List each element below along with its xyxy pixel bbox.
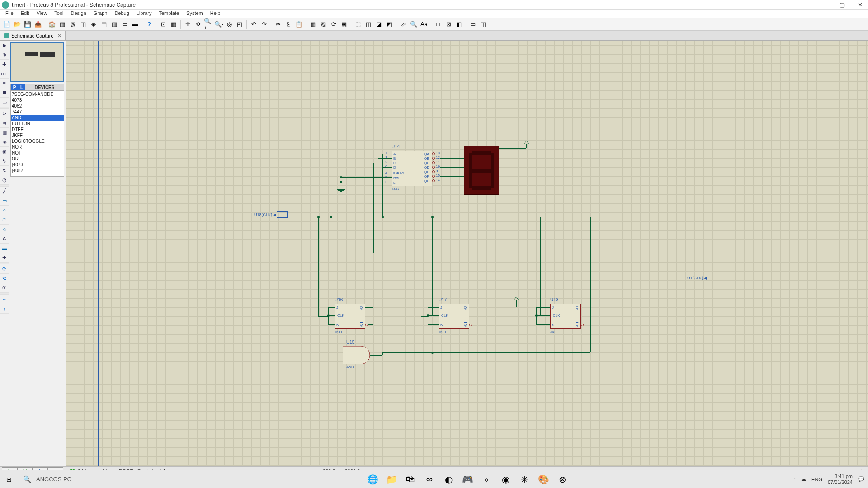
search-icon[interactable]: 🔍 bbox=[409, 19, 419, 29]
rotate-cw-tool[interactable]: ⟳ bbox=[0, 264, 9, 274]
proteus-icon[interactable]: ✳ bbox=[518, 473, 531, 486]
text-script-tool[interactable]: ≡ bbox=[0, 79, 9, 88]
discord-icon[interactable]: 🎮 bbox=[461, 473, 474, 486]
angle-tool[interactable]: 0° bbox=[0, 283, 9, 293]
property-icon[interactable]: Aa bbox=[419, 19, 429, 29]
exit-sheet-icon[interactable]: ◧ bbox=[454, 19, 464, 29]
power-terminal[interactable] bbox=[524, 140, 530, 145]
menu-library[interactable]: Library bbox=[133, 10, 156, 18]
instrument-tool[interactable]: ◔ bbox=[0, 175, 9, 185]
probe-i-tool[interactable]: ↯ bbox=[0, 166, 9, 175]
edge-icon[interactable]: 🌐 bbox=[366, 473, 379, 486]
schematic-icon[interactable]: ▦ bbox=[57, 19, 67, 29]
bus-tool[interactable]: ≣ bbox=[0, 88, 9, 98]
code-icon[interactable]: ▥ bbox=[109, 19, 119, 29]
tray-chevron-icon[interactable]: ^ bbox=[793, 477, 796, 482]
wire-autoroute-icon[interactable]: ⬀ bbox=[398, 19, 408, 29]
open-icon[interactable]: 📂 bbox=[12, 19, 22, 29]
device-item[interactable]: DTFF bbox=[11, 127, 64, 132]
visual-studio-icon[interactable]: ∞ bbox=[423, 473, 436, 486]
device-list[interactable]: 7SEG-COM-ANODE407340827447ANDBUTTONDTFFJ… bbox=[10, 91, 64, 177]
redo-icon[interactable]: ↷ bbox=[259, 19, 269, 29]
zoom-area-icon[interactable]: ◰ bbox=[235, 19, 245, 29]
junction-tool[interactable]: ✚ bbox=[0, 60, 9, 69]
3d-icon[interactable]: ◫ bbox=[78, 19, 88, 29]
eclipse-icon[interactable]: ◐ bbox=[442, 473, 455, 486]
terminal-tool[interactable]: ⊳ bbox=[0, 109, 9, 118]
menu-template[interactable]: Template bbox=[155, 10, 183, 18]
clock-probe-u18[interactable]: U18(CLK) ◂ bbox=[254, 211, 288, 218]
package-icon[interactable]: ◪ bbox=[374, 19, 384, 29]
symbol-tool[interactable]: ▬ bbox=[0, 244, 9, 253]
menu-help[interactable]: Help bbox=[207, 10, 224, 18]
pan-icon[interactable]: ✥ bbox=[193, 19, 203, 29]
tab-schematic-capture[interactable]: Schematic Capture ✕ bbox=[0, 31, 66, 40]
tab-close-icon[interactable]: ✕ bbox=[57, 33, 61, 39]
copy-icon[interactable]: ⎘ bbox=[283, 19, 293, 29]
block-rotate-icon[interactable]: ⟳ bbox=[329, 19, 339, 29]
store-icon[interactable]: 🛍 bbox=[404, 473, 417, 486]
device-item[interactable]: [4073] bbox=[11, 162, 64, 168]
help-icon[interactable]: ? bbox=[144, 19, 154, 29]
bom-icon[interactable]: ▤ bbox=[99, 19, 109, 29]
device-item[interactable]: 4073 bbox=[11, 97, 64, 103]
origin-icon[interactable]: ✛ bbox=[183, 19, 193, 29]
menu-debug[interactable]: Debug bbox=[111, 10, 132, 18]
language-indicator[interactable]: ENG bbox=[811, 477, 822, 482]
maximize-button[interactable]: ▢ bbox=[840, 1, 845, 8]
tape-tool[interactable]: ◈ bbox=[0, 137, 9, 147]
graph-tool[interactable]: ▥ bbox=[0, 128, 9, 137]
overview-window[interactable] bbox=[10, 42, 64, 82]
pick-icon[interactable]: ⬚ bbox=[353, 19, 363, 29]
device-item[interactable]: [4082] bbox=[11, 168, 64, 174]
decompose-icon[interactable]: ◩ bbox=[384, 19, 394, 29]
device-item[interactable]: 7SEG-COM-ANODE bbox=[11, 91, 64, 97]
device-pin-tool[interactable]: ⊲ bbox=[0, 118, 9, 128]
start-button[interactable]: ⊞ bbox=[0, 470, 18, 488]
block-delete-icon[interactable]: ▩ bbox=[339, 19, 349, 29]
generator-tool[interactable]: ◉ bbox=[0, 147, 9, 156]
onedrive-icon[interactable]: ☁ bbox=[801, 476, 806, 482]
zoom-fit-icon[interactable]: ◎ bbox=[224, 19, 234, 29]
probe-v-tool[interactable]: ↯ bbox=[0, 156, 9, 166]
report-icon[interactable]: ▭ bbox=[120, 19, 130, 29]
flip-v-tool[interactable]: ↕ bbox=[0, 304, 9, 314]
print-icon[interactable]: ▬ bbox=[130, 19, 140, 29]
grid-lines-icon[interactable]: ▦ bbox=[169, 19, 179, 29]
menu-graph[interactable]: Graph bbox=[90, 10, 111, 18]
device-item[interactable]: OR bbox=[11, 156, 64, 162]
gerber-icon[interactable]: ◈ bbox=[89, 19, 99, 29]
seven-segment-display[interactable] bbox=[464, 146, 499, 195]
device-item[interactable]: 7447 bbox=[11, 109, 64, 115]
rotate-ccw-tool[interactable]: ⟲ bbox=[0, 274, 9, 283]
device-item[interactable]: NOT bbox=[11, 150, 64, 156]
delete-sheet-icon[interactable]: ⊠ bbox=[443, 19, 453, 29]
clock[interactable]: 3:41 pm 07/01/2024 bbox=[828, 474, 853, 485]
search-icon[interactable]: 🔍 bbox=[18, 470, 36, 488]
line-tool[interactable]: ╱ bbox=[0, 187, 9, 196]
menu-file[interactable]: File bbox=[2, 10, 17, 18]
u15-and-gate[interactable] bbox=[343, 346, 379, 365]
schematic-canvas[interactable]: U14 7447 7 A 1 B 2 C 6 D 4 BI/RBO 5 RBI … bbox=[66, 41, 868, 488]
new-sheet-icon[interactable]: □ bbox=[433, 19, 443, 29]
box-tool[interactable]: ▭ bbox=[0, 196, 9, 206]
explorer-icon[interactable]: 📁 bbox=[385, 473, 398, 486]
minimize-button[interactable]: — bbox=[821, 1, 827, 8]
menu-system[interactable]: System bbox=[183, 10, 207, 18]
marker-tool[interactable]: ✚ bbox=[0, 253, 9, 263]
text2d-tool[interactable]: A bbox=[0, 234, 9, 244]
undo-icon[interactable]: ↶ bbox=[249, 19, 259, 29]
block-move-icon[interactable]: ▨ bbox=[318, 19, 328, 29]
paste-icon[interactable]: 📋 bbox=[294, 19, 304, 29]
grid-dots-icon[interactable]: ⊡ bbox=[158, 19, 168, 29]
close-button[interactable]: ✕ bbox=[858, 1, 863, 8]
device-item[interactable]: JKFF bbox=[11, 132, 64, 138]
menu-view[interactable]: View bbox=[33, 10, 51, 18]
new-icon[interactable]: 📄 bbox=[2, 19, 12, 29]
erc-icon[interactable]: ◫ bbox=[478, 19, 488, 29]
zoom-out-icon[interactable]: 🔍- bbox=[214, 19, 224, 29]
circle-tool[interactable]: ○ bbox=[0, 206, 9, 215]
path-tool[interactable]: ◇ bbox=[0, 225, 9, 234]
menu-edit[interactable]: Edit bbox=[17, 10, 33, 18]
libraries-button[interactable]: L bbox=[18, 84, 25, 90]
